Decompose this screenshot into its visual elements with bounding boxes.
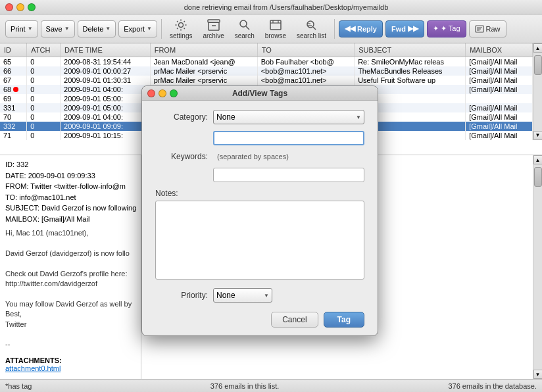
table-row[interactable]: 6502009-08-31 19:54:44Jean MacDonald <je… bbox=[0, 57, 533, 66]
col-datetime: DATE TIME bbox=[61, 43, 151, 57]
settings-icon bbox=[174, 18, 187, 32]
detail-scrollbar[interactable]: ▲ ▼ bbox=[533, 155, 542, 379]
priority-label: Priority: bbox=[155, 291, 208, 300]
titlebar: done retrieving email from /Users/faulha… bbox=[0, 0, 542, 14]
titlebar-buttons bbox=[5, 3, 36, 11]
keywords-hint: (separated by spaces) bbox=[217, 153, 289, 160]
category-label: Category: bbox=[155, 112, 208, 122]
minimize-button[interactable] bbox=[16, 3, 24, 11]
raw-icon bbox=[475, 24, 484, 34]
print-arrow: ▼ bbox=[28, 26, 33, 32]
category-row: Category: None Personal Work Family Fina… bbox=[155, 110, 364, 124]
statusbar: *has tag 376 emails in this list. 376 em… bbox=[0, 379, 542, 392]
priority-select-wrapper: None Low Medium High bbox=[213, 288, 272, 303]
export-label: Export bbox=[124, 25, 145, 33]
scrollbar-down-button[interactable]: ▼ bbox=[533, 131, 543, 140]
svg-line-5 bbox=[246, 26, 249, 30]
search-label: search bbox=[235, 32, 255, 39]
tag-action-button[interactable]: Tag bbox=[324, 312, 364, 328]
maximize-button[interactable] bbox=[28, 3, 36, 11]
raw-label: Raw bbox=[486, 25, 501, 33]
keywords-input[interactable] bbox=[213, 168, 364, 182]
save-button[interactable]: Save ▼ bbox=[41, 20, 75, 37]
search-icon bbox=[238, 18, 251, 32]
svg-point-0 bbox=[179, 22, 184, 27]
raw-button[interactable]: Raw bbox=[469, 20, 506, 37]
reply-label: Reply bbox=[357, 25, 377, 33]
dialog-buttons: Cancel Tag bbox=[155, 312, 364, 328]
archive-button[interactable]: archive bbox=[199, 17, 228, 41]
keywords-input-wrapper bbox=[213, 168, 364, 182]
print-label: Print bbox=[11, 25, 26, 33]
email-attachments: ATTACHMENTS: attachment0.html bbox=[5, 356, 136, 372]
tag-button[interactable]: ✦ ✦ Tag bbox=[427, 20, 466, 37]
tag-input-wrapper bbox=[213, 131, 364, 145]
browse-button[interactable]: browse bbox=[261, 17, 290, 41]
keywords-label: Keywords: bbox=[155, 152, 208, 161]
keywords-row: Keywords: (separated by spaces) bbox=[155, 152, 364, 161]
table-row[interactable]: 6602009-09-01 00:00:27prMac Mailer <prse… bbox=[0, 66, 533, 76]
col-from: FROM bbox=[150, 43, 257, 57]
browse-icon bbox=[269, 18, 282, 32]
cancel-button[interactable]: Cancel bbox=[271, 312, 318, 328]
close-button[interactable] bbox=[5, 3, 13, 11]
search-list-button[interactable]: search list bbox=[293, 17, 330, 41]
settings-label: settings bbox=[170, 32, 192, 39]
add-view-tags-dialog: Add/View Tags Category: None Personal Wo… bbox=[141, 86, 378, 336]
email-detail-panel: ID: 332 DATE: 2009-09-01 09:09:33 FROM: … bbox=[0, 155, 141, 379]
keywords-input-row bbox=[155, 168, 364, 182]
col-atch: ATCH bbox=[27, 43, 61, 57]
notes-textarea[interactable] bbox=[155, 201, 364, 280]
save-arrow: ▼ bbox=[64, 26, 70, 32]
tag-icon: ✦ bbox=[433, 24, 439, 33]
detail-scrollbar-up[interactable]: ▲ bbox=[533, 155, 543, 164]
settings-button[interactable]: settings bbox=[166, 17, 196, 41]
save-label: Save bbox=[46, 25, 62, 33]
tag-input-row bbox=[155, 131, 364, 145]
svg-rect-1 bbox=[209, 22, 219, 30]
col-to: TO bbox=[257, 43, 354, 57]
delete-button[interactable]: Delete ▼ bbox=[78, 20, 116, 37]
dialog-titlebar: Add/View Tags bbox=[142, 86, 378, 101]
dialog-minimize-button[interactable] bbox=[159, 89, 166, 97]
col-id: ID bbox=[0, 43, 27, 57]
tag-input[interactable] bbox=[213, 131, 364, 145]
statusbar-center: 376 emails in this list. bbox=[84, 382, 405, 390]
fwd-button[interactable]: Fwd ▶▶ bbox=[385, 20, 424, 37]
browse-label: browse bbox=[265, 32, 286, 39]
table-row[interactable]: 6702009-09-01 01:30:31prMac Mailer <prse… bbox=[0, 76, 533, 85]
svg-point-10 bbox=[307, 21, 314, 28]
scrollbar-up-button[interactable]: ▲ bbox=[533, 43, 543, 53]
col-subject: SUBJECT bbox=[355, 43, 466, 57]
search-list-label: search list bbox=[297, 32, 326, 39]
print-button[interactable]: Print ▼ bbox=[5, 20, 38, 37]
tag-label: ✦ Tag bbox=[441, 24, 460, 33]
col-mailbox: MAILBOX bbox=[466, 43, 533, 57]
toolbar-separator-1 bbox=[161, 19, 162, 39]
notes-label: Notes: bbox=[155, 189, 364, 198]
search-list-icon bbox=[305, 18, 318, 32]
attachments-label: ATTACHMENTS: bbox=[5, 356, 136, 364]
priority-select[interactable]: None Low Medium High bbox=[213, 288, 272, 303]
detail-scrollbar-down[interactable]: ▼ bbox=[533, 370, 543, 379]
table-scrollbar[interactable]: ▲ ▼ bbox=[533, 43, 542, 140]
toolbar-separator-2 bbox=[334, 19, 335, 39]
app-window: done retrieving email from /Users/faulha… bbox=[0, 0, 542, 392]
category-select[interactable]: None Personal Work Family Finance bbox=[213, 110, 364, 124]
search-button[interactable]: search bbox=[231, 17, 259, 41]
dialog-close-button[interactable] bbox=[147, 89, 155, 97]
fwd-label: Fwd bbox=[391, 25, 406, 33]
fwd-arrow-icon: ▶▶ bbox=[408, 24, 418, 33]
statusbar-left: *has tag bbox=[5, 382, 84, 390]
category-select-wrapper: None Personal Work Family Finance bbox=[213, 110, 364, 124]
dialog-maximize-button[interactable] bbox=[170, 89, 178, 97]
detail-scrollbar-thumb[interactable] bbox=[534, 167, 542, 187]
archive-icon bbox=[207, 18, 220, 32]
delete-arrow: ▼ bbox=[105, 26, 111, 32]
reply-button[interactable]: ◀◀ Reply bbox=[339, 20, 383, 37]
export-button[interactable]: Export ▼ bbox=[118, 20, 157, 37]
scrollbar-thumb[interactable] bbox=[534, 55, 542, 75]
svg-rect-6 bbox=[270, 20, 281, 30]
attachment-link[interactable]: attachment0.html bbox=[5, 364, 61, 372]
window-title: done retrieving email from /Users/faulha… bbox=[36, 3, 537, 11]
